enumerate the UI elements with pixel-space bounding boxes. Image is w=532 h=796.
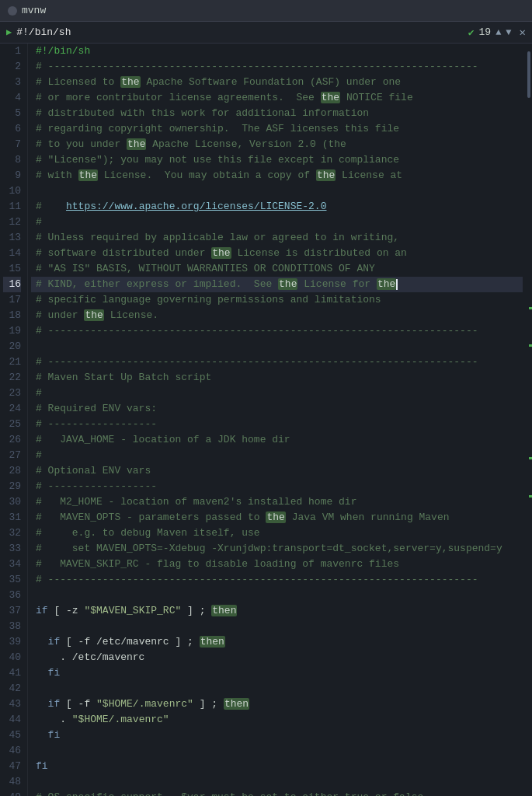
- code-line: [31, 339, 523, 354]
- code-line: # "AS IS" BASIS, WITHOUT WARRANTIES OR C…: [31, 261, 523, 277]
- line-number: 33: [3, 541, 21, 557]
- line-number: 13: [3, 230, 21, 246]
- line-number: 37: [3, 603, 21, 619]
- code-line: # software distributed under the License…: [31, 246, 523, 261]
- line-number: 45: [3, 728, 21, 743]
- code-line: fi: [31, 665, 523, 681]
- line-number: 26: [3, 432, 21, 448]
- code-line: if [ -z "$MAVEN_SKIP_RC" ] ; then: [31, 603, 523, 619]
- line-number: 43: [3, 696, 21, 712]
- title-bar-name: mvnw: [22, 5, 46, 16]
- line-number: 19: [3, 323, 21, 339]
- code-line: fi: [31, 759, 523, 774]
- code-line: #: [31, 215, 523, 230]
- code-line: # distributed with this work for additio…: [31, 106, 523, 121]
- code-line: # to you under the Apache License, Versi…: [31, 137, 523, 152]
- line-number: 38: [3, 619, 21, 634]
- close-icon[interactable]: ✕: [520, 26, 526, 39]
- line-number: 14: [3, 246, 21, 261]
- code-line: [31, 183, 523, 199]
- scrollbar-markers: [529, 44, 532, 796]
- line-number: 23: [3, 386, 21, 401]
- code-line: . /etc/mavenrc: [31, 650, 523, 665]
- line-number: 6: [3, 121, 21, 137]
- line-number: 2: [3, 59, 21, 75]
- code-line: # Licensed to the Apache Software Founda…: [31, 75, 523, 90]
- code-line: # Required ENV vars:: [31, 401, 523, 417]
- code-line: #: [31, 448, 523, 463]
- line-number: 11: [3, 199, 21, 215]
- code-line: [31, 681, 523, 696]
- line-number: 20: [3, 339, 21, 354]
- code-line: [31, 588, 523, 603]
- line-number: 48: [3, 774, 21, 790]
- code-line: # JAVA_HOME - location of a JDK home dir: [31, 432, 523, 448]
- line-number: 10: [3, 183, 21, 199]
- code-line: # MAVEN_OPTS - parameters passed to the …: [31, 510, 523, 525]
- code-line: # KIND, either express or implied. See t…: [31, 277, 523, 292]
- marker-green-2: [529, 344, 532, 347]
- editor-header: ▶ #!/bin/sh ✔ 19 ▲ ▼ ✕: [0, 22, 532, 44]
- line-number: 47: [3, 759, 21, 774]
- arrow-down-icon[interactable]: ▼: [506, 27, 511, 38]
- line-number: 22: [3, 370, 21, 386]
- line-number: 12: [3, 215, 21, 230]
- line-count: 19: [479, 26, 492, 38]
- line-number: 27: [3, 448, 21, 463]
- line-number: 17: [3, 292, 21, 308]
- code-line: # Maven Start Up Batch script: [31, 370, 523, 386]
- line-number: 25: [3, 417, 21, 432]
- code-line: # MAVEN_SKIP_RC - flag to disable loadin…: [31, 557, 523, 572]
- line-number: 40: [3, 650, 21, 665]
- code-line: # --------------------------------------…: [31, 323, 523, 339]
- line-number: 28: [3, 463, 21, 479]
- checkmark-icon: ✔: [468, 26, 475, 39]
- code-line: # "License"); you may not use this file …: [31, 152, 523, 168]
- code-line: # e.g. to debug Maven itself, use: [31, 525, 523, 541]
- line-number: 3: [3, 75, 21, 90]
- code-line: # ------------------: [31, 479, 523, 494]
- code-line: #: [31, 386, 523, 401]
- code-line: # with the License. You may obtain a cop…: [31, 168, 523, 183]
- line-number: 29: [3, 479, 21, 494]
- line-number: 41: [3, 665, 21, 681]
- line-number: 5: [3, 106, 21, 121]
- line-number: 49: [3, 790, 21, 796]
- code-line: # ------------------: [31, 417, 523, 432]
- line-number: 32: [3, 525, 21, 541]
- title-bar: mvnw: [0, 0, 532, 22]
- line-number: 4: [3, 90, 21, 106]
- code-line: # OS specific support. $var must be set …: [31, 790, 523, 796]
- line-number: 8: [3, 152, 21, 168]
- code-line: # --------------------------------------…: [31, 59, 523, 75]
- line-number: 15: [3, 261, 21, 277]
- line-number: 30: [3, 494, 21, 510]
- code-line: # or more contributor license agreements…: [31, 90, 523, 106]
- code-line: if [ -f "$HOME/.mavenrc" ] ; then: [31, 696, 523, 712]
- editor-container: ▶ #!/bin/sh ✔ 19 ▲ ▼ ✕ 12345678910111213…: [0, 22, 532, 796]
- marker-green-3: [529, 457, 532, 459]
- line-number: 39: [3, 634, 21, 650]
- file-name: #!/bin/sh: [16, 26, 71, 38]
- code-line: # --------------------------------------…: [31, 572, 523, 588]
- line-number: 44: [3, 712, 21, 728]
- scrollbar[interactable]: [526, 44, 532, 796]
- code-line: [31, 619, 523, 634]
- line-number: 7: [3, 137, 21, 152]
- line-number: 46: [3, 743, 21, 759]
- code-line: # under the License.: [31, 308, 523, 323]
- code-line: # set MAVEN_OPTS=-Xdebug -Xrunjdwp:trans…: [31, 541, 523, 557]
- line-numbers: 1234567891011121314151617181920212223242…: [0, 44, 28, 796]
- code-content[interactable]: #!/bin/sh# -----------------------------…: [28, 44, 526, 796]
- code-line: # Optional ENV vars: [31, 463, 523, 479]
- line-number: 36: [3, 588, 21, 603]
- code-line: #!/bin/sh: [31, 44, 523, 59]
- line-number: 42: [3, 681, 21, 696]
- code-line: # regarding copyright ownership. The ASF…: [31, 121, 523, 137]
- play-button[interactable]: ▶: [6, 26, 12, 38]
- code-line: [31, 743, 523, 759]
- code-line: # M2_HOME - location of maven2's install…: [31, 494, 523, 510]
- marker-green-4: [529, 495, 532, 498]
- arrow-up-icon[interactable]: ▲: [495, 27, 501, 38]
- code-line: # https://www.apache.org/licenses/LICENS…: [31, 199, 523, 215]
